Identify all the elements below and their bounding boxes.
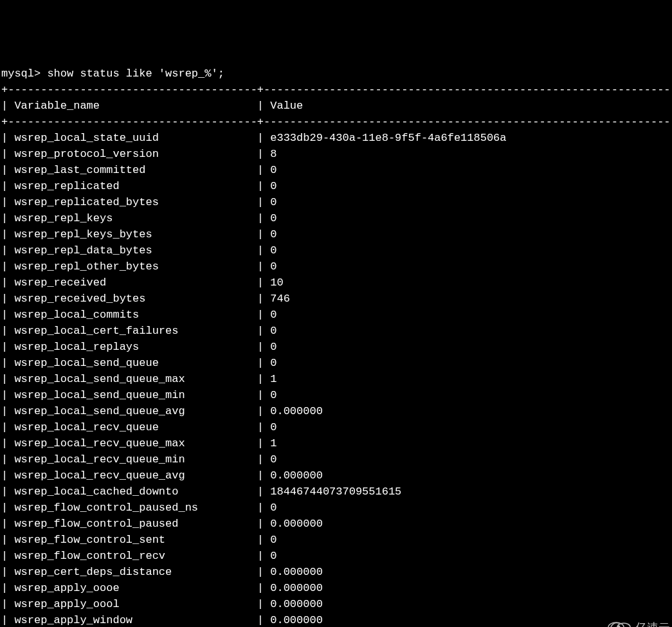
table-header-row: | Variable_name | Value | <box>1 100 672 112</box>
table-separator-mid: +--------------------------------------+… <box>1 116 672 128</box>
terminal-output: mysql> show status like 'wsrep_%'; +----… <box>1 66 671 627</box>
watermark-logo: 亿速云 <box>592 598 669 624</box>
watermark-text: 亿速云 <box>635 621 670 627</box>
table-separator-top: +--------------------------------------+… <box>1 84 672 96</box>
table-rows: | wsrep_local_state_uuid | e333db29-430a… <box>1 132 672 627</box>
sql-command: show status like 'wsrep_%'; <box>47 68 224 80</box>
mysql-prompt: mysql> <box>1 68 47 80</box>
